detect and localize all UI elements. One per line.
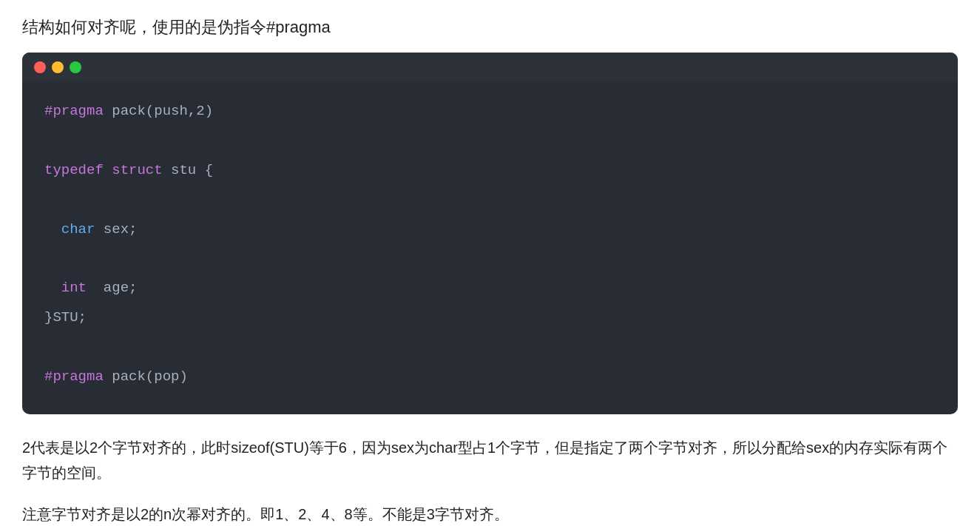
code-line-10: #pragma pack(pop) [44, 363, 936, 392]
code-line-6 [44, 244, 936, 274]
typedef-keyword: typedef [44, 162, 104, 178]
code-line-2 [44, 127, 936, 156]
code-line-8: }STU; [44, 303, 936, 333]
int-keyword: int [61, 280, 87, 296]
pragma-args-1: pack(push,2) [104, 103, 213, 119]
code-line-9 [44, 333, 936, 363]
age-var: age; [87, 280, 137, 296]
code-line-5: char sex; [44, 215, 936, 245]
pragma-keyword-2: #pragma [44, 368, 104, 385]
heading-text: 结构如何对齐呢，使用的是伪指令#pragma [22, 15, 958, 39]
code-window: #pragma pack(push,2) typedef struct stu … [22, 53, 958, 414]
minimize-button-dot[interactable] [52, 61, 64, 73]
maximize-button-dot[interactable] [70, 61, 81, 73]
pragma-keyword-1: #pragma [44, 103, 104, 119]
indent-1 [44, 221, 61, 237]
code-line-1: #pragma pack(push,2) [44, 97, 936, 127]
description-text: 2代表是以2个字节对齐的，此时sizeof(STU)等于6，因为sex为char… [22, 435, 958, 485]
pragma-args-2: pack(pop) [104, 368, 188, 385]
close-button-dot[interactable] [34, 61, 46, 73]
code-line-7: int age; [44, 274, 936, 303]
struct-name: stu { [163, 162, 213, 178]
code-line-3: typedef struct stu { [44, 156, 936, 186]
code-line-4 [44, 186, 936, 215]
note-text: 注意字节对齐是以2的n次幂对齐的。即1、2、4、8等。不能是3字节对齐。 [22, 502, 958, 526]
struct-close: }STU; [44, 309, 87, 326]
indent-2 [44, 280, 61, 296]
struct-keyword: struct [112, 162, 162, 178]
space-1 [104, 162, 112, 178]
code-body: #pragma pack(push,2) typedef struct stu … [22, 82, 958, 414]
char-keyword: char [61, 221, 95, 237]
sex-var: sex; [95, 221, 137, 237]
window-titlebar [22, 53, 958, 82]
